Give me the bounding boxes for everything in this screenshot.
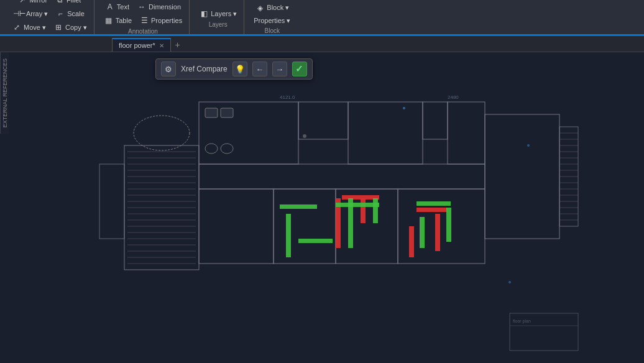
block-group: ◈ Block ▾ Properties ▾ Block xyxy=(247,0,297,35)
canvas-area: ⚙ Xref Compare 💡 ← → ✓ xyxy=(0,52,644,363)
svg-rect-59 xyxy=(416,208,448,212)
array-icon: ⊞ xyxy=(53,22,63,32)
xref-confirm-button[interactable]: ✓ xyxy=(292,62,307,76)
svg-rect-64 xyxy=(336,203,379,207)
svg-rect-67 xyxy=(286,214,291,257)
annotation-group: A Text ↔ Dimension ▦ Table ☰ Properties … xyxy=(97,0,190,35)
text-button[interactable]: A Text xyxy=(102,1,132,13)
title-text: floor plan xyxy=(513,319,531,324)
svg-rect-65 xyxy=(416,201,451,206)
block-button[interactable]: ◈ Block ▾ xyxy=(252,2,292,14)
block-label: Block xyxy=(265,27,280,34)
modify-group: ↗ Mirror ⧉ Fillet ⊣⊢ Array ▾ ⌐ Scale ⤢ M… xyxy=(5,0,94,35)
tab-close-floor-power[interactable]: ✕ xyxy=(159,42,164,49)
floor-plan-drawing: 4121.0 2480 floor plan xyxy=(0,52,644,363)
svg-rect-55 xyxy=(361,198,366,223)
xref-bulb-icon: 💡 xyxy=(235,65,245,74)
layers-group: ◧ Layers ▾ Layers xyxy=(192,0,244,35)
external-references-label: EXTERNAL REFERENCES xyxy=(0,52,9,134)
copy-icon: ⧉ xyxy=(55,0,65,5)
dot-3 xyxy=(527,144,530,147)
xref-arrow-right-icon: → xyxy=(275,65,283,74)
dot-1 xyxy=(303,134,306,138)
array-button[interactable]: ⊞ Copy ▾ xyxy=(50,21,90,34)
tab-label-floor-power: floor power* xyxy=(119,42,155,49)
dim-label-1: 4121.0 xyxy=(280,94,295,100)
fillet-icon: ⌐ xyxy=(55,9,65,19)
table-button[interactable]: ▦ Table xyxy=(101,14,135,27)
move-icon: ↗ xyxy=(17,0,27,5)
svg-rect-68 xyxy=(298,239,333,243)
dim-label-2: 2480 xyxy=(448,94,459,100)
svg-rect-66 xyxy=(280,204,317,209)
xref-next-button[interactable]: → xyxy=(272,62,287,76)
xref-gear-icon: ⚙ xyxy=(165,65,172,74)
tab-floor-power[interactable]: floor power* ✕ xyxy=(112,38,171,52)
xref-gear-button[interactable]: ⚙ xyxy=(161,62,176,76)
block-properties-button[interactable]: Properties ▾ xyxy=(251,16,293,26)
xref-compare-toolbar: ⚙ Xref Compare 💡 ← → ✓ xyxy=(155,58,313,80)
svg-rect-61 xyxy=(373,198,378,223)
layers-button[interactable]: ◧ Layers ▾ xyxy=(196,7,240,20)
text-icon: A xyxy=(105,2,115,12)
dot-2 xyxy=(403,107,405,109)
mirror-icon: ⊣⊢ xyxy=(14,9,24,19)
move-button[interactable]: ↗ Mirror xyxy=(14,0,50,6)
tab-bar: floor power* ✕ + xyxy=(0,36,644,52)
svg-rect-62 xyxy=(420,217,425,248)
fillet-button[interactable]: ⌐ Scale xyxy=(52,7,88,20)
scale-button[interactable]: ⤢ Move ▾ xyxy=(9,21,49,34)
scale-icon: ⤢ xyxy=(12,22,22,32)
svg-rect-57 xyxy=(435,214,440,251)
copy-button[interactable]: ⧉ Fillet xyxy=(52,0,84,6)
mirror-button[interactable]: ⊣⊢ Array ▾ xyxy=(11,7,51,20)
layers-icon: ◧ xyxy=(199,9,209,19)
tab-add-button[interactable]: + xyxy=(171,38,185,52)
properties-button[interactable]: ☰ Properties xyxy=(136,14,185,27)
xref-arrow-left-icon: ← xyxy=(255,65,264,74)
xref-prev-button[interactable]: ← xyxy=(252,62,267,76)
xref-bulb-button[interactable]: 💡 xyxy=(232,62,247,76)
svg-rect-51 xyxy=(221,108,233,117)
table-icon: ▦ xyxy=(104,16,114,25)
layers-label: Layers xyxy=(209,21,228,28)
svg-rect-50 xyxy=(205,108,218,117)
dimension-button[interactable]: ↔ Dimension xyxy=(134,1,184,13)
xref-compare-label: Xref Compare xyxy=(181,65,228,73)
block-icon: ◈ xyxy=(255,3,265,13)
main-toolbar: ↗ Mirror ⧉ Fillet ⊣⊢ Array ▾ ⌐ Scale ⤢ M… xyxy=(0,0,644,36)
svg-rect-63 xyxy=(446,208,451,242)
xref-check-icon: ✓ xyxy=(295,63,303,75)
svg-rect-56 xyxy=(409,226,414,257)
properties-icon: ☰ xyxy=(139,16,149,25)
dot-4 xyxy=(508,281,511,283)
dimension-icon: ↔ xyxy=(137,2,147,12)
